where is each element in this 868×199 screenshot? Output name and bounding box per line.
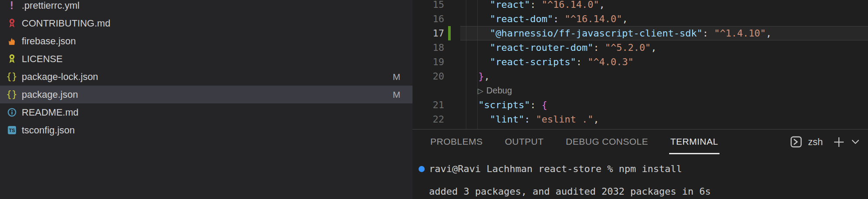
- file-name: .prettierrc.yml: [22, 0, 79, 11]
- file-row[interactable]: CONTRIBUTING.md: [0, 14, 413, 32]
- file-name: firebase.json: [22, 36, 76, 47]
- git-modified-badge: M: [393, 86, 401, 103]
- tab-debug-console[interactable]: DEBUG CONSOLE: [564, 129, 650, 154]
- bottom-panel: PROBLEMSOUTPUTDEBUG CONSOLETERMINAL zsh: [413, 129, 868, 199]
- panel-tab-bar: PROBLEMSOUTPUTDEBUG CONSOLETERMINAL: [429, 129, 719, 154]
- gutter-added-indicator: [448, 26, 451, 40]
- braces-icon: {}: [5, 71, 18, 83]
- explorer-sidebar: !.prettierrc.ymlCONTRIBUTING.mdfirebase.…: [0, 0, 413, 199]
- panel-actions: zsh: [790, 129, 859, 154]
- terminal-line: added 3 packages, and audited 2032 packa…: [429, 186, 711, 197]
- terminal-dropdown-button[interactable]: [851, 139, 859, 145]
- code-line[interactable]: 21 "scripts": {: [413, 98, 868, 112]
- code-text: "@harnessio/ff-javascript-client-sdk": "…: [467, 26, 772, 40]
- tab-output[interactable]: OUTPUT: [504, 129, 545, 154]
- code-text: "react-scripts": "^4.0.3": [467, 55, 634, 69]
- code-line[interactable]: 20 },: [413, 69, 868, 83]
- codelens-label: Debug: [486, 86, 512, 95]
- line-number: 17: [413, 26, 444, 40]
- terminal-icon: [790, 136, 802, 148]
- file-name: tsconfig.json: [22, 125, 75, 136]
- code-text: "react": "^16.14.0",: [467, 0, 605, 12]
- code-line[interactable]: 17 "@harnessio/ff-javascript-client-sdk"…: [413, 26, 868, 40]
- file-row[interactable]: {}package.jsonM: [0, 86, 413, 103]
- line-number: 20: [413, 69, 444, 83]
- code-text: "scripts": {: [467, 98, 547, 112]
- file-row[interactable]: firebase.json: [0, 32, 413, 50]
- file-row[interactable]: LICENSE: [0, 50, 413, 68]
- command-decoration-dot[interactable]: [419, 166, 425, 172]
- braces-icon: {}: [5, 89, 18, 100]
- file-name: CONTRIBUTING.md: [22, 18, 110, 29]
- line-number: 18: [413, 40, 444, 55]
- debug-play-icon: ▷: [478, 87, 483, 95]
- file-row[interactable]: {}package-lock.jsonM: [0, 68, 413, 86]
- yaml-exclaim-icon: !: [5, 0, 18, 11]
- terminal-line: ravi@Ravi Lachhman react-store % npm ins…: [429, 163, 682, 175]
- file-name: package.json: [22, 89, 78, 100]
- git-modified-badge: M: [393, 68, 401, 86]
- ribbon-icon: [5, 53, 18, 65]
- editor-pane[interactable]: 15 "react": "^16.14.0",16 "react-dom": "…: [413, 0, 868, 129]
- code-text: "react-router-dom": "^5.2.0",: [467, 40, 657, 55]
- file-row[interactable]: !.prettierrc.yml: [0, 0, 413, 14]
- code-line[interactable]: 19 "react-scripts": "^4.0.3": [413, 55, 868, 69]
- line-number: 15: [413, 0, 444, 12]
- code-line[interactable]: 15 "react": "^16.14.0",: [413, 0, 868, 12]
- ribbon-icon: [5, 18, 18, 29]
- code-line[interactable]: 18 "react-router-dom": "^5.2.0",: [413, 40, 868, 55]
- file-name: README.md: [22, 107, 79, 118]
- code-text: "react-dom": "^16.14.0",: [467, 12, 628, 26]
- flame-icon: [5, 36, 18, 47]
- code-text: },: [467, 69, 490, 83]
- line-number: 19: [413, 55, 444, 69]
- info-icon: [5, 107, 18, 118]
- tab-terminal[interactable]: TERMINAL: [669, 129, 719, 154]
- codelens-debug-link[interactable]: ▷Debug: [478, 83, 512, 98]
- vscode-window: !.prettierrc.ymlCONTRIBUTING.mdfirebase.…: [0, 0, 868, 199]
- line-number: 22: [413, 112, 444, 126]
- new-terminal-button[interactable]: [832, 136, 845, 149]
- file-name: package-lock.json: [22, 71, 98, 83]
- file-name: LICENSE: [22, 53, 63, 65]
- line-number: 16: [413, 12, 444, 26]
- line-number: 21: [413, 98, 444, 112]
- svg-text:TS: TS: [9, 128, 15, 133]
- shell-label: zsh: [808, 136, 823, 148]
- code-text: "lint": "eslint .",: [467, 112, 599, 126]
- tab-problems[interactable]: PROBLEMS: [429, 129, 484, 154]
- code-line[interactable]: 22 "lint": "eslint .",: [413, 112, 868, 126]
- code-line[interactable]: 16 "react-dom": "^16.14.0",: [413, 12, 868, 26]
- file-row[interactable]: README.md: [0, 103, 413, 121]
- ts-icon: TS: [5, 125, 18, 136]
- file-row[interactable]: TStsconfig.json: [0, 121, 413, 139]
